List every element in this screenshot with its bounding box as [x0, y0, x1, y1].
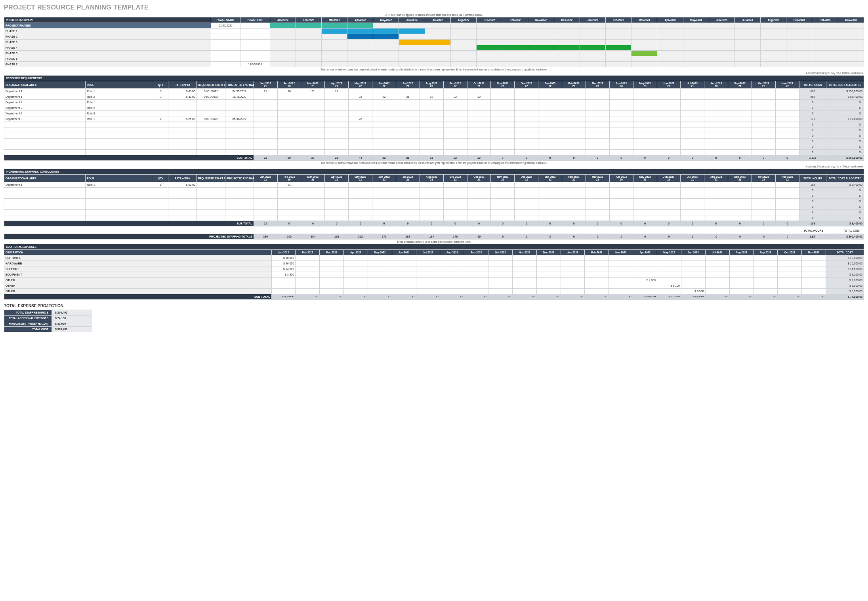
summary-header: TOTAL EXPENSE PROJECTION — [4, 304, 864, 308]
summary-row-label: TOTAL COST — [4, 326, 52, 332]
overview-table: PROJECT OVERVIEWPHASE STARTPHASE ENDJan-… — [4, 17, 864, 67]
resource-table: RESOURCE REQUIREMENTS ORGANIZATIONAL ARE… — [4, 75, 864, 161]
expenses-header: ADDITIONAL EXPENSES — [4, 244, 864, 249]
incremental-table: INCREMENTAL STAFFING / CONSULTANTS ORGAN… — [4, 169, 864, 226]
expenses-table: ADDITIONAL EXPENSES DESCRIPTIONJan-2022F… — [4, 244, 864, 300]
incremental-header: INCREMENTAL STAFFING / CONSULTANTS — [4, 169, 864, 175]
summary-table: TOTAL STAFF RESOURCE$ 265,400TOTAL ADDIT… — [4, 310, 92, 332]
workdays-note-1: The number of net workdays has been calc… — [4, 68, 864, 71]
summary-row-label: TOTAL ADDITIONAL EXPENSES — [4, 315, 52, 321]
gantt-hint-note: A fill color can be applied to cells to … — [4, 13, 864, 16]
assumption-note-1: Assumes 8 hours per day for a 40 hour wo… — [4, 72, 864, 74]
assumption-note-2: Assumes 8 hours per day for a 40 hour wo… — [4, 165, 864, 168]
summary-row-label: MANAGEMENT RESERVE (10%) — [4, 321, 52, 326]
expense-hint: Enter projected amount to be spent per m… — [4, 240, 864, 243]
projected-totals-table: TOTAL HOURSTOTAL COST PROJECTED STAFFING… — [4, 228, 864, 240]
page-title: PROJECT RESOURCE PLANNING TEMPLATE — [4, 4, 864, 11]
resource-header: RESOURCE REQUIREMENTS — [4, 76, 864, 81]
summary-row-label: TOTAL STAFF RESOURCE — [4, 310, 52, 315]
workdays-note-2: The number of net workdays has been calc… — [4, 162, 864, 164]
